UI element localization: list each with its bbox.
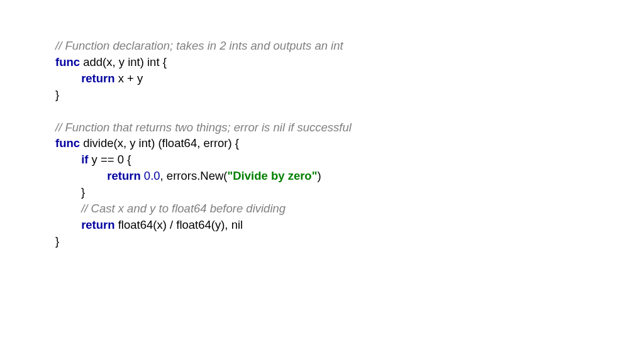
code-line: func add(x, y int) int {: [55, 54, 644, 70]
code-token-keyword: return: [81, 218, 114, 231]
code-line: func divide(x, y int) (float64, error) {: [55, 135, 644, 151]
code-token-string: "Divide by zero": [227, 169, 317, 182]
code-token-plain: add(x, y int) int {: [80, 55, 167, 69]
code-token-comment: // Cast x and y to float64 before dividi…: [81, 202, 286, 215]
code-block: // Function declaration; takes in 2 ints…: [55, 38, 644, 250]
code-token-plain: [55, 202, 81, 215]
code-token-plain: }: [55, 88, 59, 101]
code-token-comment: // Function that returns two things; err…: [55, 121, 352, 134]
code-token-plain: [55, 72, 81, 85]
code-token-plain: , errors.New(: [160, 169, 228, 182]
code-token-keyword: return: [81, 72, 114, 85]
code-token-plain: [55, 218, 81, 231]
code-line: return 0.0, errors.New("Divide by zero"): [55, 168, 644, 184]
code-line: // Cast x and y to float64 before dividi…: [55, 200, 644, 217]
code-token-plain: y == 0 {: [88, 153, 131, 166]
code-token-plain: }: [55, 185, 85, 199]
code-token-plain: float64(x) / float64(y), nil: [115, 218, 243, 231]
code-token-plain: }: [55, 234, 59, 248]
code-line: }: [55, 184, 644, 200]
code-token-keyword: func: [55, 55, 80, 69]
code-token-keyword: func: [55, 136, 80, 150]
code-line: if y == 0 {: [55, 151, 644, 168]
blank-line: [55, 103, 644, 119]
code-line: }: [55, 233, 644, 250]
code-token-keyword: if: [81, 153, 88, 166]
code-token-plain: [55, 169, 107, 182]
code-token-keyword: return: [107, 169, 140, 182]
code-line: }: [55, 87, 644, 103]
code-token-plain: x + y: [115, 72, 143, 85]
code-token-number: 0.0: [144, 169, 160, 182]
code-line: // Function declaration; takes in 2 ints…: [55, 38, 644, 54]
code-token-comment: // Function declaration; takes in 2 ints…: [55, 39, 343, 52]
code-line: return float64(x) / float64(y), nil: [55, 217, 644, 233]
code-token-plain: divide(x, y int) (float64, error) {: [80, 136, 239, 150]
code-line: // Function that returns two things; err…: [55, 119, 644, 136]
code-line: return x + y: [55, 70, 644, 87]
code-token-plain: ): [317, 169, 321, 182]
code-token-plain: [55, 153, 81, 166]
